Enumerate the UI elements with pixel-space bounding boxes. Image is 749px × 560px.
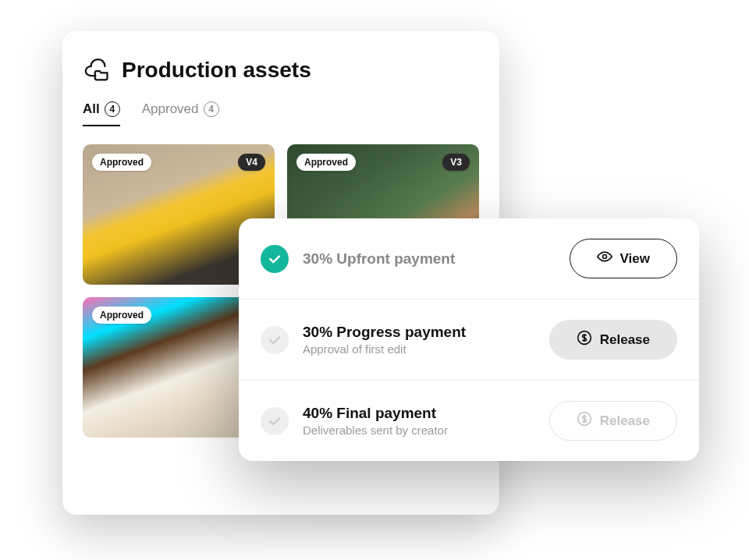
release-button-disabled: Release bbox=[549, 401, 677, 441]
version-badge: V4 bbox=[238, 154, 265, 171]
payment-row: 30% Progress payment Approval of first e… bbox=[239, 299, 699, 381]
svg-point-0 bbox=[602, 255, 606, 259]
button-label: View bbox=[620, 251, 650, 267]
status-badge: Approved bbox=[296, 154, 356, 171]
version-badge: V3 bbox=[442, 154, 470, 171]
status-badge: Approved bbox=[92, 307, 151, 324]
card-title: Production assets bbox=[122, 58, 311, 83]
check-icon bbox=[261, 326, 289, 354]
payment-subtitle: Approval of first edit bbox=[303, 342, 507, 356]
dollar-icon bbox=[577, 330, 592, 349]
payment-title: 40% Final payment bbox=[303, 405, 507, 422]
payment-text: 30% Upfront payment bbox=[303, 250, 507, 268]
card-header: Production assets bbox=[83, 55, 479, 86]
dollar-icon bbox=[577, 411, 592, 431]
payment-row: 40% Final payment Deliverables sent by c… bbox=[239, 381, 699, 461]
cloud-folder-icon bbox=[83, 55, 111, 86]
tab-label: All bbox=[83, 101, 100, 117]
tab-count: 4 bbox=[204, 101, 219, 117]
tab-count: 4 bbox=[105, 101, 120, 117]
payments-card: 30% Upfront payment View 30% Progress pa… bbox=[239, 218, 699, 461]
status-badge: Approved bbox=[92, 154, 151, 171]
payment-row: 30% Upfront payment View bbox=[239, 218, 699, 299]
button-label: Release bbox=[600, 332, 650, 348]
check-icon bbox=[261, 245, 289, 273]
tab-label: Approved bbox=[142, 101, 199, 117]
check-icon bbox=[261, 407, 289, 435]
tab-all[interactable]: All 4 bbox=[83, 101, 120, 126]
payment-text: 30% Progress payment Approval of first e… bbox=[303, 324, 507, 356]
payment-subtitle: Deliverables sent by creator bbox=[303, 424, 507, 437]
tab-approved[interactable]: Approved 4 bbox=[142, 101, 219, 126]
payment-text: 40% Final payment Deliverables sent by c… bbox=[303, 405, 507, 437]
payment-title: 30% Progress payment bbox=[303, 324, 507, 341]
payment-title: 30% Upfront payment bbox=[303, 250, 507, 268]
tabs: All 4 Approved 4 bbox=[83, 101, 479, 127]
eye-icon bbox=[597, 249, 612, 268]
release-button[interactable]: Release bbox=[549, 320, 677, 360]
view-button[interactable]: View bbox=[570, 239, 677, 278]
button-label: Release bbox=[600, 413, 650, 429]
